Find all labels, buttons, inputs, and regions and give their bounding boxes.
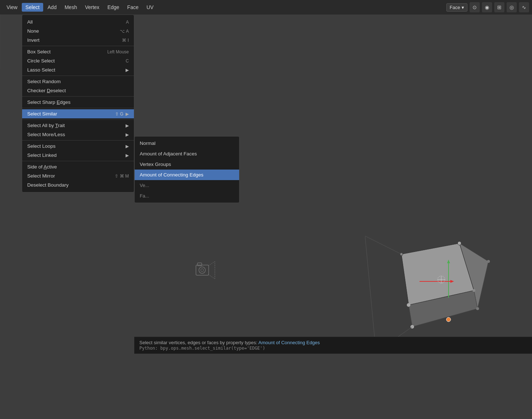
svg-line-7 (208, 274, 215, 279)
menu-item-none[interactable]: None ⌥ A (22, 27, 134, 36)
svg-point-4 (201, 269, 204, 272)
deselect-boundary-label: Deselect Boundary (27, 182, 129, 188)
menu-item-select-all-by-trait[interactable]: Select All by Trait ▶ (22, 121, 134, 130)
menu-section-trait: Select All by Trait ▶ Select More/Less ▶ (22, 120, 134, 141)
submenu-item-normal[interactable]: Normal (135, 138, 239, 149)
menu-section-loops: Select Loops ▶ Select Linked ▶ (22, 141, 134, 161)
select-more-less-arrow: ▶ (126, 132, 129, 137)
menu-item-vertex[interactable]: Vertex (81, 3, 103, 12)
svg-point-22 (458, 241, 461, 245)
menu-item-lasso-select[interactable]: Lasso Select ▶ (22, 65, 134, 74)
select-random-label: Select Random (27, 79, 129, 84)
svg-point-26 (476, 307, 479, 310)
select-similar-shortcut: ⇧ G (115, 111, 123, 117)
lasso-select-label: Lasso Select (27, 67, 123, 73)
all-shortcut: A (126, 20, 129, 25)
tooltip-python: Python: bpy.ops.mesh.select_similar(type… (139, 345, 527, 351)
menu-item-checker-deselect[interactable]: Checker Deselect (22, 86, 134, 95)
svg-line-6 (208, 261, 215, 266)
select-loops-label: Select Loops (27, 143, 123, 149)
ve-partial-label: Ve... (140, 183, 149, 188)
select-mirror-shortcut: ⇧ ⌘ M (115, 174, 129, 179)
all-label: All (27, 19, 126, 25)
normal-label: Normal (140, 141, 156, 146)
menu-item-circle-select[interactable]: Circle Select C (22, 56, 134, 65)
menu-section-sharp: Select Sharp Edges (22, 97, 134, 108)
submenu-item-amount-adjacent-faces[interactable]: Amount of Adjacent Faces (135, 149, 239, 159)
tooltip-bar: Select similar vertices, edges or faces … (134, 337, 532, 354)
top-menubar: View Select Add Mesh Vertex Edge Face UV… (0, 0, 532, 15)
menu-section-basic: All A None ⌥ A Invert ⌘ I (22, 16, 134, 46)
select-similar-submenu: Normal Amount of Adjacent Faces Vertex G… (134, 136, 240, 203)
menu-item-view[interactable]: View (3, 3, 21, 12)
menu-item-select-sharp-edges[interactable]: Select Sharp Edges (22, 98, 134, 107)
menu-item-mesh[interactable]: Mesh (61, 3, 81, 12)
select-sharp-edges-label: Select Sharp Edges (27, 99, 129, 105)
amount-connecting-edges-label: Amount of Connecting Edges (140, 172, 204, 178)
svg-rect-5 (197, 263, 202, 266)
menu-item-face[interactable]: Face (124, 3, 142, 12)
menu-item-select[interactable]: Select (22, 3, 43, 12)
box-select-label: Box Select (27, 49, 107, 54)
menu-item-select-similar[interactable]: Select Similar ⇧ G ▶ (22, 109, 134, 118)
snap-icon[interactable]: ⊞ (494, 2, 504, 12)
menu-item-select-loops[interactable]: Select Loops ▶ (22, 142, 134, 151)
submenu-item-amount-connecting-edges[interactable]: Amount of Connecting Edges (135, 170, 239, 180)
face-dropdown-arrow: ▾ (462, 5, 464, 10)
shading-icon[interactable]: ◉ (482, 2, 492, 12)
submenu-item-fa-partial[interactable]: Fa... (135, 191, 239, 201)
select-similar-label: Select Similar (27, 111, 115, 117)
svg-point-3 (199, 267, 205, 273)
select-linked-label: Select Linked (27, 152, 123, 158)
menu-item-add[interactable]: Add (44, 3, 60, 12)
amount-adjacent-faces-label: Amount of Adjacent Faces (140, 151, 197, 156)
invert-label: Invert (27, 37, 122, 43)
box-select-shortcut: Left Mouse (107, 49, 129, 54)
none-shortcut: ⌥ A (120, 29, 129, 34)
menu-item-side-of-active[interactable]: Side of Active (22, 162, 134, 171)
circle-select-shortcut: C (126, 58, 129, 64)
menu-item-select-linked[interactable]: Select Linked ▶ (22, 151, 134, 160)
transform-icon[interactable]: ∿ (519, 2, 529, 12)
menu-item-uv[interactable]: UV (143, 3, 157, 12)
invert-shortcut: ⌘ I (122, 38, 129, 43)
checker-deselect-label: Checker Deselect (27, 88, 129, 93)
svg-rect-2 (196, 265, 209, 275)
camera-object (192, 258, 218, 286)
select-menu: All A None ⌥ A Invert ⌘ I Box Select Lef… (22, 15, 134, 192)
tooltip-text: Select similar vertices, edges or faces … (139, 340, 258, 345)
submenu-item-vertex-groups[interactable]: Vertex Groups (135, 159, 239, 170)
menu-item-select-mirror[interactable]: Select Mirror ⇧ ⌘ M (22, 171, 134, 180)
svg-point-23 (472, 289, 475, 292)
menu-section-similar: Select Similar ⇧ G ▶ (22, 108, 134, 120)
menu-item-select-more-less[interactable]: Select More/Less ▶ (22, 130, 134, 139)
none-label: None (27, 28, 120, 34)
svg-point-24 (407, 303, 410, 307)
submenu-item-ve-partial[interactable]: Ve... (135, 180, 239, 191)
side-of-active-label: Side of Active (27, 164, 129, 170)
fa-partial-label: Fa... (140, 193, 149, 199)
lasso-select-arrow: ▶ (126, 68, 129, 73)
select-similar-arrow: ▶ (126, 111, 129, 117)
menu-item-all[interactable]: All A (22, 17, 134, 27)
svg-line-36 (365, 236, 401, 254)
menu-item-invert[interactable]: Invert ⌘ I (22, 36, 134, 45)
overlay-icon[interactable]: ⊙ (470, 2, 480, 12)
menu-item-deselect-boundary[interactable]: Deselect Boundary (22, 180, 134, 190)
select-linked-arrow: ▶ (126, 153, 129, 158)
select-more-less-label: Select More/Less (27, 132, 123, 137)
select-loops-arrow: ▶ (126, 144, 129, 149)
toolbar-right: Face ▾ ⊙ ◉ ⊞ ◎ ∿ (446, 2, 529, 12)
select-all-by-trait-arrow: ▶ (126, 123, 129, 128)
face-dropdown[interactable]: Face ▾ (446, 3, 467, 12)
proportional-edit-icon[interactable]: ◎ (507, 2, 517, 12)
menu-item-select-random[interactable]: Select Random (22, 77, 134, 86)
tooltip-description: Select similar vertices, edges or faces … (139, 340, 527, 345)
menu-item-box-select[interactable]: Box Select Left Mouse (22, 47, 134, 56)
menu-section-random: Select Random Checker Deselect (22, 76, 134, 97)
python-label: Python: (139, 346, 160, 351)
vertex-groups-label: Vertex Groups (140, 162, 171, 167)
menu-section-select-tools: Box Select Left Mouse Circle Select C La… (22, 46, 134, 76)
menu-item-edge[interactable]: Edge (104, 3, 123, 12)
circle-select-label: Circle Select (27, 58, 126, 64)
